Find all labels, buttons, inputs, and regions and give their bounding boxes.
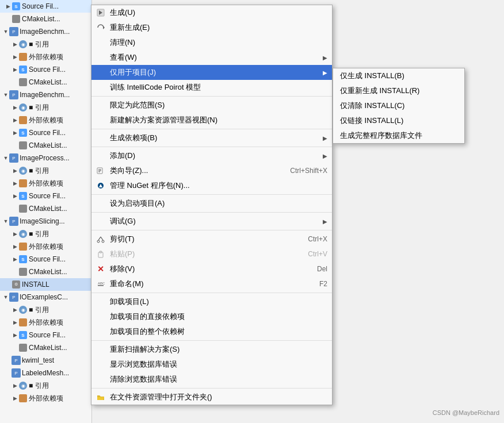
- tree-item-ref-4[interactable]: ▶ ◉ ■ 引用: [0, 228, 91, 240]
- menu-item-view[interactable]: 查看(W) ▶: [91, 50, 332, 65]
- tree-item-ext-4[interactable]: ▶ 外部依赖项: [0, 240, 91, 253]
- tree-arrow: ▶: [12, 129, 18, 136]
- tree-item-ref-5[interactable]: ▶ ◉ ■ 引用: [0, 303, 91, 316]
- ref-icon: ◉: [18, 381, 28, 390]
- menu-item-rescan[interactable]: 重新扫描解决方案(S): [91, 342, 332, 357]
- submenu-item-only-clean-install[interactable]: 仅清除 INSTALL(C): [333, 98, 464, 113]
- tree-item-labeledmesh[interactable]: P LabeledMesh...: [0, 367, 91, 379]
- menu-item-clear-db-errors[interactable]: 清除浏览数据库错误: [91, 372, 332, 387]
- tree-item-ref-1[interactable]: ▶ ◉ ■ 引用: [0, 38, 91, 51]
- tree-item-cmake-2[interactable]: CMakeList...: [0, 76, 91, 89]
- separator-4: [91, 194, 332, 195]
- tree-item-ref-2[interactable]: ▶ ◉ ■ 引用: [0, 101, 91, 114]
- menu-item-load-direct[interactable]: 加载项目的直接依赖项: [91, 309, 332, 324]
- tree-item-ref-6[interactable]: ▶ ◉ ■ 引用: [0, 379, 91, 392]
- menu-item-cut[interactable]: 剪切(T) Ctrl+X: [91, 232, 332, 247]
- submenu-item-gen-full-db[interactable]: 生成完整程序数据库文件: [333, 128, 464, 143]
- menu-item-remove[interactable]: ✕ 移除(V) Del: [91, 262, 332, 276]
- submenu-arrow-add: ▶: [323, 153, 327, 159]
- menu-item-scope[interactable]: 限定为此范围(S): [91, 98, 332, 113]
- tree-label: Source Fil...: [29, 66, 66, 74]
- menu-label-browse-db-errors: 显示浏览数据库错误: [110, 359, 177, 370]
- menu-item-set-startup[interactable]: 设为启动项目(A): [91, 196, 332, 211]
- tree-item-source-4[interactable]: ▶ S Source Fil...: [0, 190, 91, 202]
- shortcut-remove: Del: [317, 265, 327, 273]
- tree-arrow: [12, 268, 18, 275]
- tree-label: Source Fil...: [29, 129, 66, 137]
- tree-item-cmake-3[interactable]: CMakeList...: [0, 139, 91, 152]
- menu-item-debug[interactable]: 调试(G) ▶: [91, 214, 332, 229]
- tree-arrow: ▶: [12, 117, 18, 124]
- menu-label-load-all: 加载项目的整个依赖树: [110, 326, 185, 337]
- menu-item-nuget[interactable]: 管理 NuGet 程序包(N)...: [91, 178, 332, 193]
- context-menu: 生成(U) 重新生成(E) 清理(N) 查看(W) ▶ 仅用于项目(J) ▶ 训…: [91, 5, 333, 405]
- source-icon: S: [18, 330, 28, 340]
- submenu-arrow-gen-deps: ▶: [323, 135, 327, 141]
- menu-item-gen-deps[interactable]: 生成依赖项(B) ▶: [91, 130, 332, 145]
- menu-item-class-wizard[interactable]: 类向导(Z)... Ctrl+Shift+X: [91, 163, 332, 178]
- menu-item-rebuild[interactable]: 重新生成(E): [91, 20, 332, 35]
- tree-item-ref-3[interactable]: ▶ ◉ ■ 引用: [0, 164, 91, 177]
- load-all-icon: [96, 327, 105, 336]
- tree-item-imagebench-1[interactable]: ▼ P ImageBenchm...: [0, 25, 91, 38]
- submenu-label-only-link-install: 仅链接 INSTALL(L): [340, 116, 403, 126]
- tree-item-ext-5[interactable]: ▶ 外部依赖项: [0, 316, 91, 329]
- separator-6: [91, 230, 332, 230]
- tree-arrow: [12, 79, 18, 86]
- menu-item-only-project[interactable]: 仅用于项目(J) ▶: [91, 65, 332, 80]
- tree-item-ext-last[interactable]: ▶ 外部依赖项: [0, 392, 91, 405]
- menu-item-build[interactable]: 生成(U): [91, 5, 332, 20]
- tree-arrow: [5, 16, 12, 22]
- submenu-item-only-rebuild-install[interactable]: 仅重新生成 INSTALL(R): [333, 83, 464, 98]
- tree-item-imageprocess[interactable]: ▼ P ImageProcess...: [0, 152, 91, 164]
- menu-label-nuget: 管理 NuGet 程序包(N)...: [110, 180, 190, 191]
- menu-item-unload[interactable]: 卸载项目(L): [91, 294, 332, 309]
- tree-item-source-5[interactable]: ▶ S Source Fil...: [0, 253, 91, 266]
- ref-icon: ◉: [18, 40, 28, 49]
- menu-item-browse-db-errors[interactable]: 显示浏览数据库错误: [91, 357, 332, 372]
- cmake-icon: [18, 267, 28, 276]
- tree-item-imagebench-2[interactable]: ▼ P ImageBenchm...: [0, 89, 91, 101]
- tree-item-cmake-6[interactable]: CMakeList...: [0, 341, 91, 354]
- menu-item-rename[interactable]: ABC 重命名(M) F2: [91, 276, 332, 291]
- tree-item-cmake-1[interactable]: CMakeList...: [0, 13, 91, 25]
- cut-icon: [96, 234, 105, 244]
- tree-item-ext-3[interactable]: ▶ 外部依赖项: [0, 177, 91, 190]
- tree-item-kwiml[interactable]: P kwiml_test: [0, 354, 91, 367]
- menu-label-new-solution-view: 新建解决方案资源管理器视图(N): [110, 115, 217, 125]
- menu-item-clean[interactable]: 清理(N): [91, 35, 332, 50]
- tree-item-cmake-4[interactable]: CMakeList...: [0, 202, 91, 215]
- menu-item-train[interactable]: 训练 IntelliCode Poirot 模型: [91, 80, 332, 95]
- menu-item-load-all[interactable]: 加载项目的整个依赖树: [91, 324, 332, 339]
- tree-item-install[interactable]: ⚙ INSTALL: [0, 278, 91, 291]
- menu-item-paste[interactable]: 粘贴(P) Ctrl+V: [91, 247, 332, 262]
- tree-item-ext-2[interactable]: ▶ 外部依赖项: [0, 114, 91, 126]
- menu-label-train: 训练 IntelliCode Poirot 模型: [110, 82, 201, 93]
- submenu-item-only-link-install[interactable]: 仅链接 INSTALL(L): [333, 113, 464, 128]
- tree-item-source-6[interactable]: ▶ S Source Fil...: [0, 329, 91, 341]
- ext-icon: [18, 242, 28, 251]
- tree-panel: ▶ S Source Fil... CMakeList... ▼ P Image…: [0, 0, 92, 423]
- tree-item-ioexamples[interactable]: ▼ P IOExamplesC...: [0, 291, 91, 303]
- tree-item-source-2[interactable]: ▶ S Source Fil...: [0, 63, 91, 76]
- submenu-item-only-build-install[interactable]: 仅生成 INSTALL(B): [333, 68, 464, 83]
- separator-2: [91, 129, 332, 129]
- tree-arrow: ▶: [12, 66, 18, 73]
- tree-label: 外部依赖项: [29, 394, 63, 403]
- tree-label: INSTALL: [22, 280, 49, 289]
- tree-item-ext-1[interactable]: ▶ 外部依赖项: [0, 51, 91, 63]
- menu-label-scope: 限定为此范围(S): [110, 100, 165, 110]
- rebuild-icon: [96, 23, 105, 32]
- tree-item-source-3[interactable]: ▶ S Source Fil...: [0, 126, 91, 139]
- tree-arrow: ▶: [12, 41, 18, 48]
- menu-item-open-in-explorer[interactable]: 在文件资源管理中打开文件夹(): [91, 390, 332, 405]
- tree-item-imageslicing[interactable]: ▼ P ImageSlicing...: [0, 215, 91, 228]
- tree-item-cmake-5[interactable]: CMakeList...: [0, 266, 91, 278]
- menu-item-new-solution-view[interactable]: 新建解决方案资源管理器视图(N): [91, 113, 332, 128]
- menu-item-add[interactable]: 添加(D) ▶: [91, 148, 332, 163]
- svg-text:ABC: ABC: [98, 282, 105, 285]
- menu-label-paste: 粘贴(P): [110, 249, 135, 259]
- tree-arrow: ▼: [2, 294, 9, 301]
- menu-label-class-wizard: 类向导(Z)...: [110, 166, 148, 176]
- tree-item-source-files-1[interactable]: ▶ S Source Fil...: [0, 0, 91, 13]
